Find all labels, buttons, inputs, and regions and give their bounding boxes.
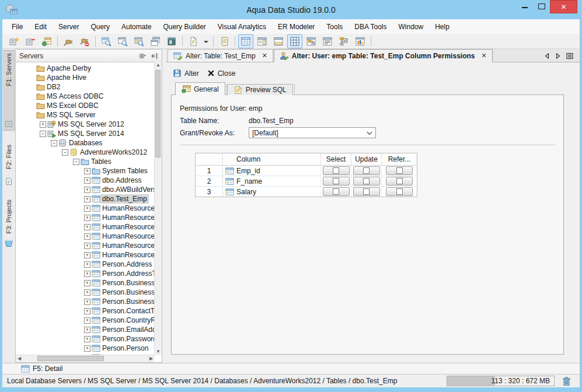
scroll-left-icon[interactable]: ◀ xyxy=(16,355,23,362)
menu-dba-tools[interactable]: DBA Tools xyxy=(348,20,392,33)
tree-item-humanresources-emplo[interactable]: +HumanResources.Emplo xyxy=(16,222,155,232)
menu-tools[interactable]: Tools xyxy=(320,20,348,33)
select-checkbox-button[interactable] xyxy=(323,177,350,186)
tree-vertical-scrollbar[interactable]: ▲ ▼ xyxy=(154,62,162,355)
scroll-down-icon[interactable]: ▼ xyxy=(155,348,162,355)
register-server-button[interactable] xyxy=(6,34,22,48)
grid-row-salary[interactable]: 3Salary xyxy=(196,187,417,197)
tree-item-ms-excel-odbc[interactable]: MS Excel ODBC xyxy=(16,101,155,110)
expand-plus-icon[interactable]: + xyxy=(84,271,90,277)
query-window-button[interactable] xyxy=(115,34,130,48)
expand-plus-icon[interactable]: + xyxy=(84,196,90,202)
checkbox-unchecked[interactable] xyxy=(396,178,403,184)
menu-edit[interactable]: Edit xyxy=(29,20,53,33)
tree-view-button[interactable] xyxy=(336,34,351,48)
script-button[interactable] xyxy=(217,34,232,48)
tree-item-dbo-address[interactable]: +dbo.Address xyxy=(16,176,155,185)
select-checkbox-button[interactable] xyxy=(323,187,350,196)
menu-query-builder[interactable]: Query Builder xyxy=(157,20,211,33)
expand-plus-icon[interactable]: + xyxy=(84,299,90,305)
tree-item-adventureworks2012[interactable]: −AdventureWorks2012 xyxy=(16,148,155,157)
grid-header-select[interactable]: Select xyxy=(321,153,351,165)
expand-plus-icon[interactable]: + xyxy=(84,215,90,221)
dock-tab-f1-servers[interactable]: F1: Servers xyxy=(3,50,15,131)
dock-tab-f2-files[interactable]: F2: Files xyxy=(3,142,15,188)
menu-file[interactable]: File xyxy=(6,20,29,33)
vertical-scroll-thumb[interactable] xyxy=(155,70,161,158)
expand-plus-icon[interactable]: + xyxy=(84,168,90,174)
previous-tab-icon[interactable] xyxy=(543,52,550,60)
subtab-preview-sql[interactable]: Preview SQL xyxy=(227,84,293,95)
expand-plus-icon[interactable]: + xyxy=(84,205,90,212)
tree-item-ms-sql-server-2014[interactable]: −MS SQL Server 2014 xyxy=(16,129,155,138)
tree-item-humanresources-depa[interactable]: +HumanResources.Depa xyxy=(16,204,155,213)
tree-item-tables[interactable]: −Tables xyxy=(16,157,155,166)
dock-tab-f3-projects[interactable]: F3: Projects xyxy=(3,197,15,247)
expand-plus-icon[interactable]: + xyxy=(84,308,90,314)
tree-item-person-person[interactable]: +Person.Person xyxy=(16,344,155,353)
menu-er-modeler[interactable]: ER Modeler xyxy=(272,20,320,33)
expand-plus-icon[interactable]: + xyxy=(40,121,46,128)
minimize-button[interactable] xyxy=(516,0,533,12)
references-checkbox-button[interactable] xyxy=(386,187,413,196)
tab-close-icon[interactable]: ✕ xyxy=(262,52,267,60)
tree-item-humanresources-shift[interactable]: +HumanResources.Shift xyxy=(16,250,155,260)
caret-down-button[interactable] xyxy=(202,34,210,48)
unregister-server-button[interactable] xyxy=(23,34,38,48)
checkbox-unchecked[interactable] xyxy=(333,178,339,184)
grid-row-f_name[interactable]: 2F_name xyxy=(196,176,417,187)
tree-item-db2[interactable]: DB2 xyxy=(16,82,155,92)
tree-item-system-tables[interactable]: +System Tables xyxy=(16,166,155,176)
query-analyzer-button[interactable] xyxy=(99,34,114,48)
update-checkbox-button[interactable] xyxy=(353,166,380,175)
checkbox-unchecked[interactable] xyxy=(363,167,370,174)
expand-plus-icon[interactable]: + xyxy=(84,327,90,333)
tree-item-person-businessentitya[interactable]: +Person.BusinessEntityA xyxy=(16,288,155,297)
disconnect-button[interactable] xyxy=(77,34,92,48)
grid-header-update[interactable]: Update xyxy=(351,153,382,165)
tree-item-apache-hive[interactable]: Apache Hive xyxy=(16,73,155,82)
expand-plus-icon[interactable]: + xyxy=(84,261,90,268)
detail-bar[interactable]: F5: Detail xyxy=(2,363,580,374)
form-view-button[interactable] xyxy=(255,34,270,48)
expand-plus-icon[interactable]: + xyxy=(84,289,90,296)
document-tab-active[interactable]: Alter: User: emp Table: Test_Emp Column … xyxy=(274,49,493,62)
grid-header-references[interactable]: Refer... xyxy=(382,153,417,165)
tree-horizontal-scrollbar[interactable]: ◀ ▶ xyxy=(16,355,155,362)
tab-close-icon[interactable]: ✕ xyxy=(481,52,486,60)
references-checkbox-button[interactable] xyxy=(386,166,413,175)
tree-item-humanresources-jobc[interactable]: +HumanResources.JobC xyxy=(16,241,155,250)
new-document-button[interactable] xyxy=(186,34,201,48)
tab-list-icon[interactable] xyxy=(566,52,574,60)
expand-plus-icon[interactable]: + xyxy=(84,345,90,352)
tree-item-ms-access-odbc[interactable]: MS Access ODBC xyxy=(16,92,155,101)
menu-visual-analytics[interactable]: Visual Analytics xyxy=(212,20,272,33)
grid-view-button[interactable] xyxy=(238,34,253,48)
checkbox-unchecked[interactable] xyxy=(363,188,370,195)
tree-item-ms-sql-server[interactable]: MS SQL Server xyxy=(16,110,155,120)
panel-settings-gear-icon[interactable] xyxy=(138,52,148,60)
menu-query[interactable]: Query xyxy=(85,20,116,33)
expand-plus-icon[interactable]: + xyxy=(84,252,90,258)
collapse-minus-icon[interactable]: − xyxy=(51,140,57,146)
maximize-button[interactable] xyxy=(533,0,550,12)
tree-item-dbo-awbuildversion[interactable]: +dbo.AWBuildVersion xyxy=(16,185,155,194)
menu-server[interactable]: Server xyxy=(53,20,85,33)
tree-item-person-businessentity[interactable]: +Person.BusinessEntity xyxy=(16,278,155,288)
tree-item-ms-sql-server-2012[interactable]: +MS SQL Server 2012 xyxy=(16,120,155,129)
select-checkbox-button[interactable] xyxy=(323,166,350,175)
er-view-button[interactable] xyxy=(304,34,319,48)
collapse-minus-icon[interactable]: − xyxy=(40,131,46,137)
server-connections-button[interactable] xyxy=(39,34,54,48)
menu-window[interactable]: Window xyxy=(393,20,430,33)
tree-item-databases[interactable]: −Databases xyxy=(16,138,155,148)
expand-plus-icon[interactable]: + xyxy=(84,336,90,342)
next-tab-icon[interactable] xyxy=(555,52,562,60)
tree-item-person-password[interactable]: +Person.Password xyxy=(16,334,155,344)
tree-item-dbo-test-emp[interactable]: +dbo.Test_Emp xyxy=(16,194,155,204)
tree-item-humanresources-emplo[interactable]: +HumanResources.Emplo xyxy=(16,213,155,222)
checkbox-unchecked[interactable] xyxy=(333,167,339,174)
tree-item-person-countryregion[interactable]: +Person.CountryRegion xyxy=(16,316,155,325)
expand-plus-icon[interactable]: + xyxy=(84,233,90,240)
memory-indicator[interactable]: 113 : 320 : 672 MB xyxy=(447,376,555,386)
